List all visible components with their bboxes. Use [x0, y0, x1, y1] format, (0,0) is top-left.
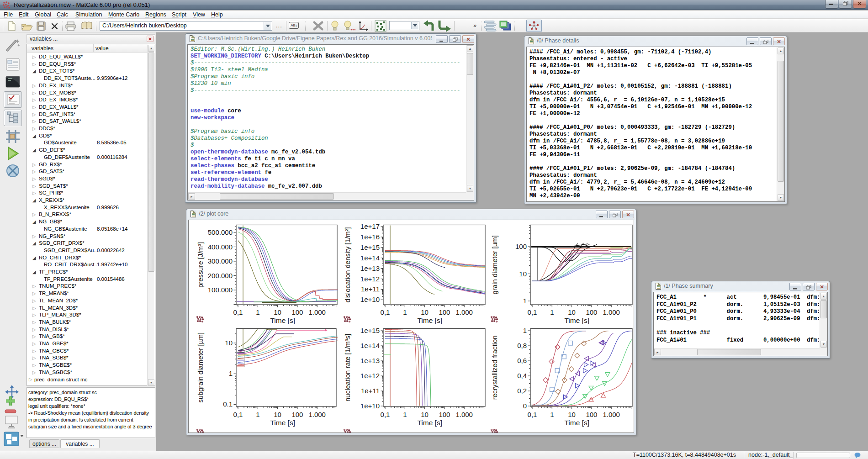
svg-text:0,4: 0,4: [517, 372, 527, 380]
svg-text:10: 10: [568, 411, 576, 418]
svg-text:1: 1: [523, 327, 527, 334]
svg-text:10: 10: [519, 270, 527, 278]
svg-text:1e+12: 1e+12: [360, 275, 380, 283]
svg-text:pressure [J/m³]: pressure [J/m³]: [197, 242, 205, 288]
svg-text:1: 1: [256, 308, 259, 316]
svg-text:1: 1: [403, 411, 407, 418]
svg-text:1.000: 1.000: [308, 411, 326, 418]
svg-text:100: 100: [515, 243, 527, 250]
svg-text:1e+17: 1e+17: [360, 222, 380, 230]
svg-text:1: 1: [229, 369, 233, 377]
svg-text:0,8: 0,8: [517, 342, 527, 349]
svg-text:0,1: 0,1: [233, 411, 243, 418]
svg-text:0,1: 0,1: [528, 308, 537, 316]
svg-text:1e+15: 1e+15: [360, 327, 380, 334]
svg-text:300.000: 300.000: [208, 257, 233, 265]
svg-text:0,1: 0,1: [381, 308, 390, 316]
svg-text:0: 0: [523, 402, 527, 410]
svg-text:0,1: 0,1: [233, 308, 243, 316]
svg-text:1e+13: 1e+13: [360, 357, 380, 364]
svg-text:100: 100: [586, 411, 597, 418]
svg-text:1e+12: 1e+12: [360, 372, 380, 380]
svg-text:grain diameter [µm]: grain diameter [µm]: [491, 235, 499, 295]
svg-text:1: 1: [550, 411, 554, 418]
svg-text:1: 1: [256, 411, 259, 418]
svg-text:10: 10: [568, 308, 576, 316]
svg-text:0,2: 0,2: [517, 387, 527, 395]
svg-text:0,1: 0,1: [381, 411, 390, 418]
svg-text:100: 100: [586, 308, 597, 316]
svg-text:1.000: 1.000: [308, 308, 326, 316]
svg-text:1e+13: 1e+13: [360, 264, 380, 272]
svg-text:100: 100: [439, 411, 450, 418]
svg-text:10: 10: [225, 339, 233, 347]
svg-text:1: 1: [550, 308, 554, 316]
svg-text:10: 10: [421, 308, 429, 316]
svg-text:0,6: 0,6: [517, 357, 527, 364]
svg-text:100: 100: [291, 411, 303, 418]
svg-text:dislocation density [1/m²]: dislocation density [1/m²]: [344, 227, 352, 302]
svg-text:100.000: 100.000: [208, 286, 233, 294]
svg-text:100: 100: [291, 308, 303, 316]
svg-text:1.000: 1.000: [455, 411, 473, 418]
svg-text:0,1: 0,1: [528, 411, 537, 418]
svg-text:Time [s]: Time [s]: [270, 317, 295, 324]
svg-text:1: 1: [403, 308, 407, 316]
svg-text:1.000: 1.000: [603, 308, 620, 316]
svg-text:400.000: 400.000: [208, 243, 233, 251]
svg-text:subgrain diameter [µm]: subgrain diameter [µm]: [197, 332, 205, 403]
svg-text:200.000: 200.000: [208, 272, 233, 280]
svg-text:0.1: 0.1: [223, 400, 233, 408]
svg-text:1e+11: 1e+11: [361, 387, 380, 395]
svg-text:1.000: 1.000: [455, 308, 473, 316]
svg-text:Time [s]: Time [s]: [270, 419, 295, 427]
svg-text:10: 10: [274, 308, 281, 316]
svg-text:1e+11: 1e+11: [361, 285, 380, 293]
svg-text:recrystallized fraction: recrystallized fraction: [491, 335, 499, 400]
svg-text:Time [s]: Time [s]: [417, 419, 442, 427]
svg-text:Time [s]: Time [s]: [417, 317, 442, 324]
svg-text:10: 10: [421, 411, 429, 418]
svg-text:1e+15: 1e+15: [360, 243, 380, 251]
svg-text:1e+16: 1e+16: [360, 233, 380, 241]
svg-text:Time [s]: Time [s]: [564, 317, 589, 324]
svg-text:1.000: 1.000: [603, 411, 620, 418]
svg-text:1e+14: 1e+14: [360, 342, 380, 349]
svg-text:1e+10: 1e+10: [360, 295, 380, 303]
svg-text:1e+10: 1e+10: [360, 402, 380, 410]
svg-text:nucleation rate [1/m³s]: nucleation rate [1/m³s]: [344, 334, 352, 401]
svg-text:1e+14: 1e+14: [360, 254, 380, 262]
svg-text:Time [s]: Time [s]: [564, 419, 589, 427]
svg-text:10: 10: [274, 411, 281, 418]
svg-text:500.000: 500.000: [208, 228, 233, 236]
svg-text:1: 1: [523, 297, 527, 305]
svg-text:100: 100: [439, 308, 450, 316]
